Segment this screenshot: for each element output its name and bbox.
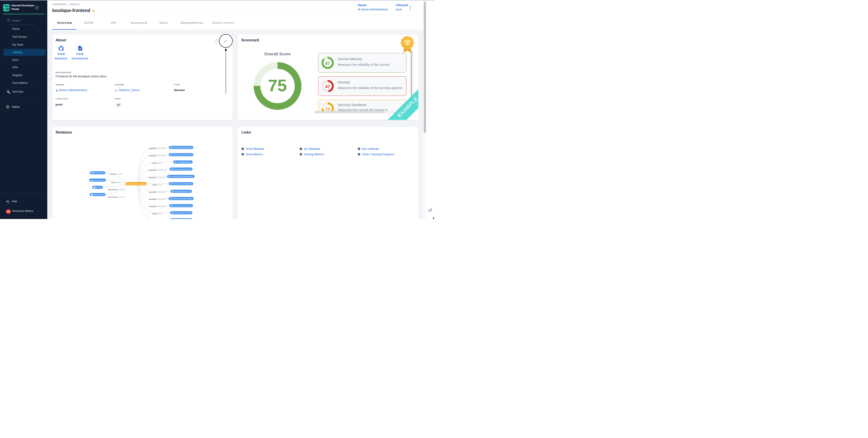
svg-text:dependsOn / dependencyOf: dependsOn / dependencyOf	[149, 199, 166, 200]
svg-text:dependsOn / dependencyOf: dependsOn / dependencyOf	[149, 206, 166, 207]
svg-text:hasPart / partOf: hasPart / partOf	[111, 182, 121, 183]
svg-text:api:petstore: api:petstore	[95, 187, 102, 188]
svg-text:dependsOn / dependencyOf: dependsOn / dependencyOf	[149, 177, 166, 178]
svg-text:component:boutique-productcata: component:boutique-productcatalogservice	[171, 176, 193, 177]
svg-text:component:boutique-checkoutser: component:boutique-checkoutservice	[172, 198, 192, 199]
svg-text:component:boutique-frontend: component:boutique-frontend	[129, 183, 146, 184]
svg-text:hasPart / partOf: hasPart / partOf	[152, 163, 162, 164]
svg-text:dependsOn / dependencyOf: dependsOn / dependencyOf	[149, 169, 166, 171]
svg-text:hasPart / partOf: hasPart / partOf	[152, 184, 162, 186]
svg-text:Demo Administrators: Demo Administrators	[93, 172, 104, 174]
svg-text:?: ?	[7, 201, 8, 202]
svg-text:dependsOn / dependencyOf: dependsOn / dependencyOf	[149, 148, 166, 149]
svg-text:component:boutique-paymentserv: component:boutique-paymentservice	[172, 154, 192, 156]
svg-text:component:boutique-shippingser: component:boutique-shippingservice	[172, 183, 192, 184]
svg-text:apiProvidedBy / providesApi: apiProvidedBy / providesApi	[108, 189, 125, 190]
svg-text:api:starwars-graphql: api:starwars-graphql	[93, 194, 104, 195]
svg-text:apiProvidedBy / providesApi: apiProvidedBy / providesApi	[108, 196, 125, 198]
svg-text:component:boutique-cartservice: component:boutique-cartservice	[173, 212, 191, 213]
svg-text:component:boutique-adservice: component:boutique-adservice	[174, 191, 191, 192]
svg-text:hasPart / partOf: hasPart / partOf	[152, 213, 162, 214]
svg-text:dependsOn / dependencyOf: dependsOn / dependencyOf	[149, 155, 166, 157]
svg-text:component:boutique-loadgenerat: component:boutique-loadgenerator	[173, 205, 192, 207]
svg-text:component:boutique-redisservic: component:boutique-redisservice	[177, 161, 190, 163]
svg-text:dependsOn / dependencyOf: dependsOn / dependencyOf	[149, 192, 166, 193]
svg-text:component:boutique-currencyser: component:boutique-currencyservice	[172, 147, 192, 148]
svg-text:component:boutique-emailservic: component:boutique-emailservice	[173, 169, 191, 170]
svg-text:ownerOf / ownedBy: ownerOf / ownedBy	[110, 173, 122, 175]
svg-text:system:Platform_Demo: system:Platform_Demo	[92, 180, 105, 181]
